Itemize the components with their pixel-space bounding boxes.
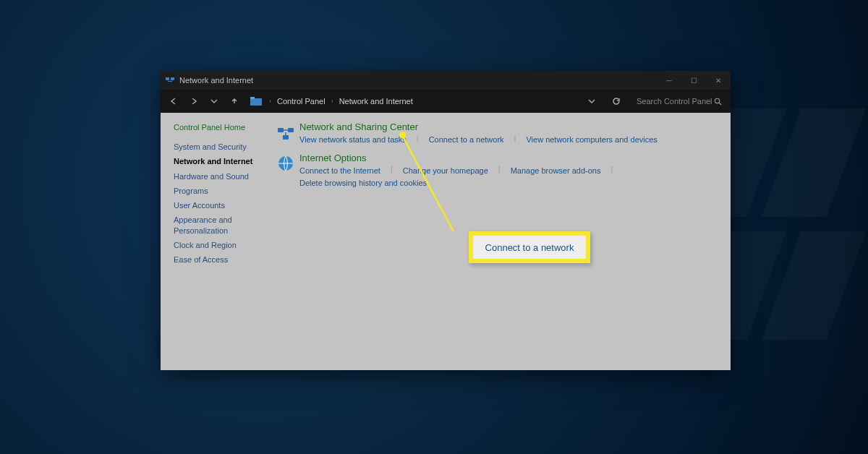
link-separator: |	[497, 165, 502, 178]
sidebar-item-user-accounts[interactable]: User Accounts	[174, 200, 269, 210]
section-internet-options: Internet OptionsConnect to the Internet|…	[276, 153, 719, 190]
svg-rect-1	[171, 77, 174, 80]
up-button[interactable]	[226, 93, 243, 110]
link-manage-browser-add-ons[interactable]: Manage browser add-ons	[511, 165, 601, 178]
sidebar-item-ease-of-access[interactable]: Ease of Access	[174, 254, 269, 265]
callout-highlight: Connect to a network	[469, 231, 590, 263]
svg-rect-4	[250, 97, 255, 99]
sidebar-item-clock-and-region[interactable]: Clock and Region	[174, 240, 269, 250]
link-connect-to-the-internet[interactable]: Connect to the Internet	[299, 165, 380, 178]
svg-point-5	[715, 98, 719, 103]
search-placeholder: Search Control Panel	[637, 97, 714, 106]
search-input[interactable]: Search Control Panel	[632, 93, 726, 109]
section-network-and-sharing-center: Network and Sharing CenterView network s…	[276, 121, 719, 147]
control-panel-window: Network and Internet ─ ☐ ✕ › Control Pan…	[161, 71, 731, 370]
section-title[interactable]: Internet Options	[299, 153, 719, 163]
link-connect-to-a-network[interactable]: Connect to a network	[429, 134, 504, 147]
link-separator: |	[415, 134, 420, 147]
svg-rect-2	[168, 81, 172, 82]
search-icon	[714, 98, 722, 106]
chevron-right-icon: ›	[268, 98, 273, 105]
recent-dropdown[interactable]	[205, 93, 223, 110]
refresh-button[interactable]	[608, 93, 625, 110]
link-separator: |	[609, 165, 614, 178]
svg-point-9	[278, 156, 293, 171]
link-delete-browsing-history-and-cookies[interactable]: Delete browsing history and cookies	[299, 177, 427, 190]
svg-rect-8	[283, 135, 289, 140]
svg-rect-3	[250, 98, 262, 106]
window-title: Network and Internet	[179, 76, 657, 85]
sidebar-item-system-and-security[interactable]: System and Security	[174, 142, 269, 152]
sidebar-item-network-and-internet[interactable]: Network and Internet	[174, 156, 269, 166]
sidebar-item-hardware-and-sound[interactable]: Hardware and Sound	[174, 171, 269, 181]
sidebar-item-programs[interactable]: Programs	[174, 186, 269, 196]
breadcrumb: › Control Panel › Network and Internet	[268, 95, 580, 107]
sidebar-item-appearance-and-personalization[interactable]: Appearance and Personalization	[174, 215, 269, 236]
minimize-button[interactable]: ─	[657, 71, 681, 90]
maximize-button[interactable]: ☐	[681, 71, 706, 90]
svg-rect-6	[278, 128, 284, 132]
chevron-right-icon: ›	[330, 98, 335, 105]
window-icon	[165, 75, 175, 85]
link-view-network-computers-and-devices[interactable]: View network computers and devices	[526, 134, 657, 147]
control-panel-home-link[interactable]: Control Panel Home	[174, 123, 269, 132]
title-bar: Network and Internet ─ ☐ ✕	[161, 71, 731, 90]
forward-button[interactable]	[185, 93, 203, 110]
folder-icon	[250, 97, 262, 106]
close-button[interactable]: ✕	[706, 71, 731, 90]
nav-bar: › Control Panel › Network and Internet S…	[161, 90, 731, 113]
link-separator: |	[513, 134, 518, 147]
callout-label: Connect to a network	[473, 236, 586, 259]
svg-rect-0	[166, 77, 169, 80]
link-change-your-homepage[interactable]: Change your homepage	[403, 165, 488, 178]
svg-rect-7	[288, 128, 294, 132]
internet-globe-icon	[276, 154, 295, 173]
breadcrumb-current[interactable]: Network and Internet	[336, 95, 416, 107]
section-title[interactable]: Network and Sharing Center	[299, 121, 658, 132]
link-view-network-status-and-tasks[interactable]: View network status and tasks	[299, 134, 407, 147]
path-dropdown[interactable]	[583, 93, 600, 110]
breadcrumb-root[interactable]: Control Panel	[274, 95, 328, 107]
network-sharing-icon	[276, 123, 295, 142]
link-separator: |	[389, 165, 394, 178]
back-button[interactable]	[165, 93, 182, 110]
sidebar: Control Panel Home System and SecurityNe…	[161, 113, 269, 370]
